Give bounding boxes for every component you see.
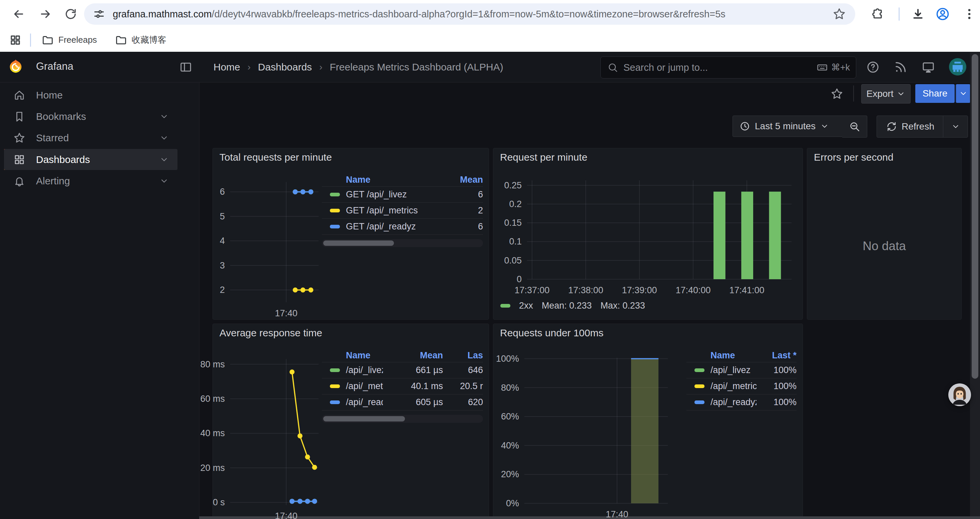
- legend-col-name[interactable]: Name: [346, 175, 446, 185]
- legend-scrollbar[interactable]: [322, 239, 483, 247]
- bookmark-star-icon[interactable]: [832, 7, 846, 21]
- chevron-down-icon[interactable]: [159, 112, 169, 121]
- series-name[interactable]: /api/_metrics: [711, 381, 757, 391]
- apps-grid-icon[interactable]: [10, 34, 21, 46]
- legend-col-mean[interactable]: Mean: [446, 175, 483, 185]
- menu-kebab-icon[interactable]: [963, 7, 976, 21]
- legend-2xx[interactable]: 2xx Mean: 0.233 Max: 0.233: [500, 300, 645, 311]
- chart-request-per-minute[interactable]: 0.250.20.150.10.05017:37:0017:38:0017:39…: [480, 172, 796, 299]
- series-name[interactable]: /api/_metrics: [346, 381, 383, 391]
- user-avatar[interactable]: [949, 58, 966, 75]
- sidebar-item-starred[interactable]: Starred: [4, 127, 177, 148]
- export-button[interactable]: Export: [861, 84, 911, 104]
- series-swatch[interactable]: [694, 401, 705, 404]
- series-swatch[interactable]: [694, 385, 705, 388]
- rss-icon[interactable]: [894, 61, 907, 74]
- search-input[interactable]: Search or jump to... ⌘+k: [600, 56, 856, 78]
- sidebar-item-dashboards[interactable]: Dashboards: [4, 149, 177, 170]
- forward-icon[interactable]: [39, 7, 52, 21]
- grafana-logo[interactable]: [7, 58, 24, 75]
- series-swatch[interactable]: [330, 193, 340, 196]
- series-swatch[interactable]: [330, 225, 340, 228]
- legend-col-mean[interactable]: Mean: [383, 350, 443, 361]
- url-bar[interactable]: grafana.mathmast.com/d/deytv4rwavabkb/fr…: [84, 3, 855, 25]
- series-swatch[interactable]: [694, 368, 705, 372]
- series-swatch[interactable]: [330, 385, 340, 388]
- breadcrumb-item[interactable]: Freeleaps Metrics Dashboard (ALPHA): [329, 61, 503, 73]
- series-name[interactable]: GET /api/_metrics: [346, 205, 446, 216]
- legend-scrollbar[interactable]: [322, 415, 483, 423]
- extensions-icon[interactable]: [871, 7, 885, 21]
- panel-title[interactable]: Requests under 100ms: [500, 327, 603, 339]
- bookmark-icon: [13, 110, 25, 123]
- svg-text:60%: 60%: [501, 412, 519, 422]
- chevron-down-icon: [820, 122, 829, 131]
- legend-scrollbar-thumb[interactable]: [323, 416, 405, 422]
- assistant-avatar[interactable]: [948, 383, 971, 406]
- chevron-down-icon[interactable]: [159, 133, 169, 143]
- legend-row[interactable]: GET /api/_metrics2: [322, 203, 483, 219]
- chevron-down-icon[interactable]: [159, 155, 169, 164]
- reload-icon[interactable]: [64, 7, 77, 21]
- zoom-out-icon: [849, 121, 860, 132]
- bookmark-folder-blogs[interactable]: 收藏博客: [109, 31, 172, 50]
- series-name[interactable]: /api/_livez: [346, 365, 383, 375]
- sidebar-item-home[interactable]: Home: [4, 85, 177, 105]
- favorite-star-icon[interactable]: [830, 88, 843, 100]
- legend-row[interactable]: /api/_readyz100%: [686, 394, 797, 410]
- share-dropdown-button[interactable]: [956, 84, 970, 103]
- series-swatch[interactable]: [330, 368, 340, 372]
- series-swatch[interactable]: [330, 209, 340, 212]
- profile-icon[interactable]: [935, 7, 950, 21]
- bookmark-folder-freeleaps[interactable]: Freeleaps: [36, 31, 103, 50]
- breadcrumb-item[interactable]: Dashboards: [258, 61, 312, 73]
- legend-scrollbar-thumb[interactable]: [323, 241, 394, 246]
- legend-col-last[interactable]: Last *: [757, 350, 797, 361]
- series-swatch[interactable]: [330, 401, 340, 404]
- series-value: 100%: [757, 365, 797, 375]
- legend-row[interactable]: /api/_metrics40.1 ms20.5 r: [322, 378, 483, 394]
- bookmarks-divider: [30, 34, 31, 47]
- share-button[interactable]: Share: [915, 84, 955, 103]
- legend-row[interactable]: GET /api/_livez6: [322, 186, 483, 203]
- refresh-button[interactable]: Refresh: [877, 115, 944, 137]
- legend-row[interactable]: /api/_metrics100%: [686, 378, 797, 394]
- legend-row[interactable]: GET /api/_readyz6: [322, 219, 483, 235]
- panel-title[interactable]: Total requests per minute: [220, 152, 332, 163]
- chart-avg-response-time[interactable]: 80 ms60 ms40 ms20 ms0 s17:40: [183, 351, 323, 519]
- panel-title[interactable]: Errors per second: [814, 152, 893, 163]
- monitor-icon[interactable]: [922, 61, 935, 74]
- help-icon[interactable]: [866, 61, 880, 74]
- series-name[interactable]: GET /api/_readyz: [346, 222, 446, 232]
- zoom-out-button[interactable]: [842, 115, 867, 137]
- series-name[interactable]: GET /api/_livez: [346, 189, 446, 200]
- legend-col-las[interactable]: Las: [443, 350, 483, 361]
- legend-row[interactable]: /api/_livez100%: [686, 362, 797, 378]
- url-text[interactable]: grafana.mathmast.com/d/deytv4rwavabkb/fr…: [113, 9, 832, 20]
- legend-col-name[interactable]: Name: [346, 350, 383, 361]
- page-scrollbar-thumb[interactable]: [972, 54, 978, 379]
- grafana-sidebar: Grafana Home Bookmarks Starred Dashboard: [0, 52, 199, 519]
- sidebar-collapse-icon[interactable]: [180, 61, 192, 73]
- time-range-picker[interactable]: Last 5 minutes: [732, 115, 843, 137]
- breadcrumb-item[interactable]: Home: [213, 61, 240, 73]
- series-name[interactable]: /api/_livez: [711, 365, 757, 375]
- legend-swatch: [500, 304, 510, 308]
- legend-header: NameLast *: [686, 349, 797, 362]
- panel-title[interactable]: Request per minute: [500, 152, 587, 163]
- back-icon[interactable]: [12, 7, 25, 21]
- sidebar-item-alerting[interactable]: Alerting: [4, 170, 177, 192]
- chevron-down-icon[interactable]: [159, 176, 169, 186]
- refresh-interval-dropdown[interactable]: [943, 115, 968, 137]
- tune-icon[interactable]: [93, 8, 105, 21]
- legend-row[interactable]: /api/_readyz605 µs620: [322, 394, 483, 410]
- legend-col-name[interactable]: Name: [711, 350, 757, 361]
- series-name[interactable]: /api/_readyz: [711, 397, 757, 407]
- legend-row[interactable]: /api/_livez661 µs646: [322, 362, 483, 378]
- chart-total-requests[interactable]: 6543217:40: [183, 174, 323, 322]
- sidebar-item-bookmarks[interactable]: Bookmarks: [4, 106, 177, 127]
- panel-title[interactable]: Average response time: [220, 327, 322, 339]
- series-name[interactable]: /api/_readyz: [346, 397, 383, 407]
- download-icon[interactable]: [911, 7, 924, 21]
- chart-requests-under-100ms[interactable]: 100%80%60%40%20%0%17:40: [478, 350, 673, 519]
